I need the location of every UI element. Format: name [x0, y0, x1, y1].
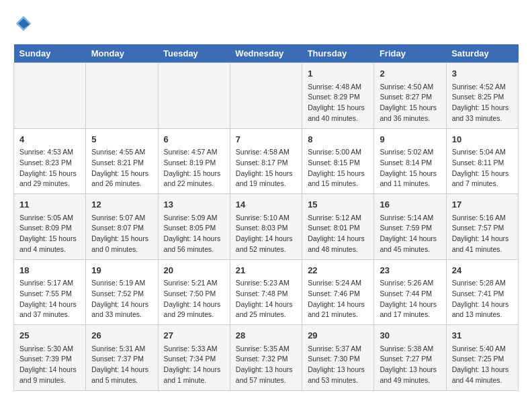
day-number: 21 — [236, 264, 296, 277]
day-info: Sunrise: 5:35 AMSunset: 7:32 PMDaylight:… — [236, 344, 296, 386]
calendar-cell: 8Sunrise: 5:00 AMSunset: 8:15 PMDaylight… — [302, 128, 374, 194]
day-info: Sunrise: 5:24 AMSunset: 7:46 PMDaylight:… — [308, 278, 368, 320]
day-number: 14 — [236, 198, 296, 212]
logo — [13, 13, 36, 34]
col-header-tuesday: Tuesday — [158, 44, 230, 63]
calendar-cell: 21Sunrise: 5:23 AMSunset: 7:48 PMDayligh… — [230, 259, 302, 325]
day-number: 30 — [380, 329, 440, 342]
day-info: Sunrise: 4:48 AMSunset: 8:29 PMDaylight:… — [308, 82, 368, 124]
day-number: 19 — [91, 264, 152, 277]
day-number: 6 — [164, 133, 224, 146]
calendar-cell: 27Sunrise: 5:33 AMSunset: 7:34 PMDayligh… — [158, 325, 230, 391]
day-number: 28 — [236, 329, 296, 342]
day-info: Sunrise: 5:31 AMSunset: 7:37 PMDaylight:… — [91, 344, 152, 386]
day-info: Sunrise: 5:38 AMSunset: 7:27 PMDaylight:… — [380, 344, 440, 386]
week-row-2: 4Sunrise: 4:53 AMSunset: 8:23 PMDaylight… — [14, 128, 519, 194]
calendar-cell: 5Sunrise: 4:55 AMSunset: 8:21 PMDaylight… — [86, 128, 158, 194]
calendar-cell: 24Sunrise: 5:28 AMSunset: 7:41 PMDayligh… — [446, 259, 518, 325]
calendar-cell: 29Sunrise: 5:37 AMSunset: 7:30 PMDayligh… — [302, 325, 374, 391]
day-info: Sunrise: 5:28 AMSunset: 7:41 PMDaylight:… — [452, 278, 513, 320]
day-info: Sunrise: 5:00 AMSunset: 8:15 PMDaylight:… — [308, 147, 368, 189]
col-header-wednesday: Wednesday — [230, 44, 302, 63]
day-number: 8 — [308, 133, 368, 146]
calendar-cell: 26Sunrise: 5:31 AMSunset: 7:37 PMDayligh… — [86, 325, 158, 391]
day-info: Sunrise: 4:55 AMSunset: 8:21 PMDaylight:… — [91, 147, 152, 189]
day-number: 22 — [308, 264, 368, 277]
calendar-cell: 2Sunrise: 4:50 AMSunset: 8:27 PMDaylight… — [374, 63, 446, 129]
day-number: 1 — [308, 67, 368, 81]
day-info: Sunrise: 5:16 AMSunset: 7:57 PMDaylight:… — [452, 213, 513, 255]
calendar-header-row: SundayMondayTuesdayWednesdayThursdayFrid… — [14, 44, 519, 63]
day-info: Sunrise: 5:37 AMSunset: 7:30 PMDaylight:… — [308, 344, 368, 386]
day-info: Sunrise: 5:14 AMSunset: 7:59 PMDaylight:… — [380, 213, 440, 255]
day-number: 31 — [452, 329, 513, 342]
calendar-cell — [158, 63, 230, 129]
day-info: Sunrise: 5:26 AMSunset: 7:44 PMDaylight:… — [380, 278, 440, 320]
week-row-1: 1Sunrise: 4:48 AMSunset: 8:29 PMDaylight… — [14, 63, 519, 129]
day-number: 13 — [164, 198, 224, 212]
calendar-cell: 17Sunrise: 5:16 AMSunset: 7:57 PMDayligh… — [446, 194, 518, 260]
col-header-monday: Monday — [86, 44, 158, 63]
day-number: 23 — [380, 264, 440, 277]
day-number: 27 — [164, 329, 224, 342]
col-header-sunday: Sunday — [14, 44, 86, 63]
calendar-cell: 15Sunrise: 5:12 AMSunset: 8:01 PMDayligh… — [302, 194, 374, 260]
page-header — [13, 13, 519, 34]
calendar-cell: 3Sunrise: 4:52 AMSunset: 8:25 PMDaylight… — [446, 63, 518, 129]
day-number: 5 — [91, 133, 152, 146]
calendar-cell — [86, 63, 158, 129]
day-number: 4 — [19, 133, 80, 146]
calendar-cell: 22Sunrise: 5:24 AMSunset: 7:46 PMDayligh… — [302, 259, 374, 325]
day-number: 12 — [91, 198, 152, 212]
day-info: Sunrise: 5:04 AMSunset: 8:11 PMDaylight:… — [452, 147, 513, 189]
calendar-cell: 19Sunrise: 5:19 AMSunset: 7:52 PMDayligh… — [86, 259, 158, 325]
day-info: Sunrise: 5:23 AMSunset: 7:48 PMDaylight:… — [236, 278, 296, 320]
logo-icon — [13, 13, 34, 34]
calendar-cell: 30Sunrise: 5:38 AMSunset: 7:27 PMDayligh… — [374, 325, 446, 391]
day-number: 29 — [308, 329, 368, 342]
calendar-cell: 6Sunrise: 4:57 AMSunset: 8:19 PMDaylight… — [158, 128, 230, 194]
day-number: 9 — [380, 133, 440, 146]
day-info: Sunrise: 5:12 AMSunset: 8:01 PMDaylight:… — [308, 213, 368, 255]
calendar-cell: 1Sunrise: 4:48 AMSunset: 8:29 PMDaylight… — [302, 63, 374, 129]
calendar-cell: 25Sunrise: 5:30 AMSunset: 7:39 PMDayligh… — [14, 325, 86, 391]
day-number: 24 — [452, 264, 513, 277]
day-number: 15 — [308, 198, 368, 212]
day-info: Sunrise: 4:50 AMSunset: 8:27 PMDaylight:… — [380, 82, 440, 124]
calendar-cell — [230, 63, 302, 129]
day-info: Sunrise: 5:17 AMSunset: 7:55 PMDaylight:… — [19, 278, 80, 320]
calendar-cell — [14, 63, 86, 129]
col-header-thursday: Thursday — [302, 44, 374, 63]
day-number: 18 — [19, 264, 80, 277]
calendar-cell: 13Sunrise: 5:09 AMSunset: 8:05 PMDayligh… — [158, 194, 230, 260]
day-number: 3 — [452, 67, 513, 81]
week-row-4: 18Sunrise: 5:17 AMSunset: 7:55 PMDayligh… — [14, 259, 519, 325]
day-info: Sunrise: 5:05 AMSunset: 8:09 PMDaylight:… — [19, 213, 80, 255]
week-row-3: 11Sunrise: 5:05 AMSunset: 8:09 PMDayligh… — [14, 194, 519, 260]
day-info: Sunrise: 5:10 AMSunset: 8:03 PMDaylight:… — [236, 213, 296, 255]
calendar-table: SundayMondayTuesdayWednesdayThursdayFrid… — [13, 44, 519, 391]
day-info: Sunrise: 5:21 AMSunset: 7:50 PMDaylight:… — [164, 278, 224, 320]
day-info: Sunrise: 5:19 AMSunset: 7:52 PMDaylight:… — [91, 278, 152, 320]
col-header-friday: Friday — [374, 44, 446, 63]
day-info: Sunrise: 5:33 AMSunset: 7:34 PMDaylight:… — [164, 344, 224, 386]
calendar-cell: 4Sunrise: 4:53 AMSunset: 8:23 PMDaylight… — [14, 128, 86, 194]
day-number: 26 — [91, 329, 152, 342]
calendar-cell: 18Sunrise: 5:17 AMSunset: 7:55 PMDayligh… — [14, 259, 86, 325]
day-info: Sunrise: 4:58 AMSunset: 8:17 PMDaylight:… — [236, 147, 296, 189]
day-number: 7 — [236, 133, 296, 146]
day-number: 17 — [452, 198, 513, 212]
calendar-cell: 28Sunrise: 5:35 AMSunset: 7:32 PMDayligh… — [230, 325, 302, 391]
day-info: Sunrise: 5:30 AMSunset: 7:39 PMDaylight:… — [19, 344, 80, 386]
day-number: 10 — [452, 133, 513, 146]
calendar-cell: 16Sunrise: 5:14 AMSunset: 7:59 PMDayligh… — [374, 194, 446, 260]
day-info: Sunrise: 4:52 AMSunset: 8:25 PMDaylight:… — [452, 82, 513, 124]
day-number: 25 — [19, 329, 80, 342]
calendar-cell: 12Sunrise: 5:07 AMSunset: 8:07 PMDayligh… — [86, 194, 158, 260]
day-number: 11 — [19, 198, 80, 212]
day-number: 16 — [380, 198, 440, 212]
calendar-cell: 14Sunrise: 5:10 AMSunset: 8:03 PMDayligh… — [230, 194, 302, 260]
calendar-cell: 23Sunrise: 5:26 AMSunset: 7:44 PMDayligh… — [374, 259, 446, 325]
day-info: Sunrise: 5:09 AMSunset: 8:05 PMDaylight:… — [164, 213, 224, 255]
week-row-5: 25Sunrise: 5:30 AMSunset: 7:39 PMDayligh… — [14, 325, 519, 391]
